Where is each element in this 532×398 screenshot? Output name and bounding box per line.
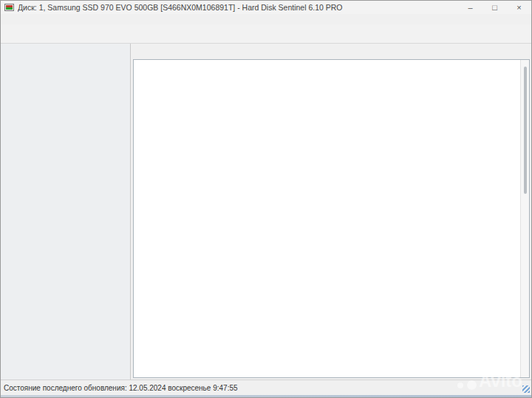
tab-bar (131, 44, 531, 59)
vertical-scrollbar[interactable] (520, 60, 529, 377)
bottom-edge (1, 395, 531, 397)
minimize-button[interactable]: – (458, 1, 482, 14)
close-button[interactable]: × (507, 1, 531, 14)
titlebar: Диск: 1, Samsung SSD 970 EVO 500GB [S466… (1, 1, 531, 14)
status-text: Состояние последнего обновления: 12.05.2… (4, 384, 238, 392)
resize-grip-icon[interactable] (522, 385, 530, 393)
toolbar (1, 24, 531, 44)
scrollbar-thumb[interactable] (524, 67, 527, 194)
disk-sidebar (1, 44, 131, 380)
info-panel (133, 59, 530, 378)
info-list (134, 61, 519, 377)
window-title: Диск: 1, Samsung SSD 970 EVO 500GB [S466… (18, 3, 343, 12)
main-panel (131, 44, 531, 380)
app-icon (4, 4, 14, 11)
content (1, 44, 531, 380)
statusbar: Состояние последнего обновления: 12.05.2… (1, 380, 531, 395)
app-window: Диск: 1, Samsung SSD 970 EVO 500GB [S466… (0, 0, 532, 398)
maximize-button[interactable]: □ (482, 1, 507, 14)
menubar (1, 14, 531, 24)
